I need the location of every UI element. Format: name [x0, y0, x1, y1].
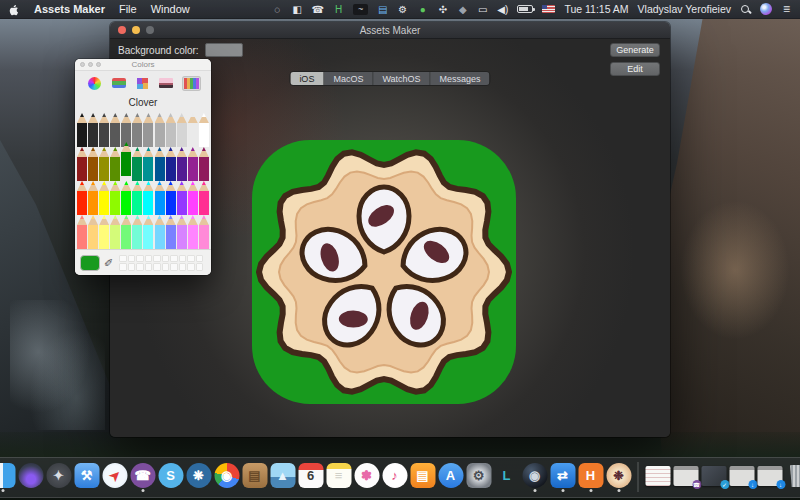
swatch-slot-2[interactable] — [136, 255, 144, 263]
pencil-3-2[interactable] — [99, 215, 109, 249]
swatch-slot-10[interactable] — [119, 263, 127, 271]
swatch-slot-16[interactable] — [170, 263, 178, 271]
generate-button[interactable]: Generate — [610, 43, 660, 57]
dock-ibooks-icon[interactable]: ▤ — [410, 463, 436, 492]
pencil-1-0[interactable] — [77, 147, 87, 181]
notification-center-icon[interactable]: ≡ — [781, 3, 792, 16]
viber-menu-icon[interactable]: ☎ — [312, 3, 324, 16]
pencil-2-3[interactable] — [110, 181, 120, 215]
pencil-3-10[interactable] — [188, 215, 198, 249]
pencil-1-2[interactable] — [99, 147, 109, 181]
h-menu-icon[interactable]: H — [333, 3, 344, 16]
pencil-2-5[interactable] — [132, 181, 142, 215]
swatch-slot-13[interactable] — [145, 263, 153, 271]
pencil-0-5[interactable] — [132, 113, 142, 147]
dock-versions-icon[interactable]: ❋ — [186, 463, 212, 492]
pencil-2-4[interactable] — [121, 181, 131, 215]
dock-minimized-document[interactable] — [645, 466, 671, 492]
dock-steam-icon[interactable]: ◉ — [522, 463, 548, 492]
dock-calendar-icon[interactable]: 6 — [298, 463, 324, 492]
pencil-2-0[interactable] — [77, 181, 87, 215]
keyboard-flag-icon[interactable] — [542, 3, 555, 16]
eyedropper-icon[interactable]: ✐ — [104, 258, 113, 268]
dock-minimized-window-2[interactable]: ↓ — [729, 466, 755, 492]
swatch-slot-0[interactable] — [119, 255, 127, 263]
pencil-2-8[interactable] — [166, 181, 176, 215]
dock-minimized-window-1[interactable]: ☎ — [673, 466, 699, 492]
menu-app-name[interactable]: Assets Maker — [34, 3, 105, 15]
apple-menu-icon[interactable] — [8, 3, 20, 16]
dock-viber-icon[interactable]: ☎ — [130, 463, 156, 492]
pencil-0-8[interactable] — [166, 113, 176, 147]
dock-teamviewer-icon[interactable]: ⇄ — [550, 463, 576, 492]
pencils-icon[interactable] — [182, 76, 201, 91]
menu-clock[interactable]: Tue 11:15 AM — [564, 3, 628, 15]
pencil-1-3[interactable] — [110, 147, 120, 181]
pencil-2-9[interactable] — [177, 181, 187, 215]
menu-window[interactable]: Window — [151, 3, 190, 15]
menu-file[interactable]: File — [119, 3, 137, 15]
swatch-slot-19[interactable] — [196, 263, 204, 271]
pencil-3-9[interactable] — [177, 215, 187, 249]
dnd-icon[interactable]: ◌ — [272, 3, 283, 16]
swatch-slot-3[interactable] — [145, 255, 153, 263]
pencil-3-5[interactable] — [132, 215, 142, 249]
color-palette-icon[interactable] — [135, 76, 150, 91]
pencil-3-0[interactable] — [77, 215, 87, 249]
swatch-slot-9[interactable] — [196, 255, 204, 263]
dock-safari-icon[interactable]: ➤ — [102, 463, 128, 492]
pencil-3-7[interactable] — [155, 215, 165, 249]
drone-icon[interactable]: ✣ — [437, 3, 448, 16]
swatch-slot-14[interactable] — [153, 263, 161, 271]
panel-close-button[interactable] — [80, 62, 85, 67]
swatch-slot-15[interactable] — [162, 263, 170, 271]
pencil-1-9[interactable] — [177, 147, 187, 181]
pencil-2-7[interactable] — [155, 181, 165, 215]
tab-macos[interactable]: MacOS — [324, 72, 373, 85]
pencil-0-9[interactable] — [177, 113, 187, 147]
dock-minimized-desktop[interactable]: ✓ — [701, 466, 727, 492]
panel-zoom-button[interactable] — [96, 62, 101, 67]
spectrum-image-icon[interactable] — [157, 76, 175, 90]
dock-minimized-window-3[interactable]: ↓ — [757, 466, 783, 492]
status-dot-icon[interactable]: ● — [417, 3, 428, 16]
dock-trash[interactable] — [785, 465, 800, 492]
swatch-slot-12[interactable] — [136, 263, 144, 271]
colors-panel-titlebar[interactable]: Colors — [75, 59, 211, 71]
pencil-3-8[interactable] — [166, 215, 176, 249]
pencil-1-7[interactable] — [155, 147, 165, 181]
zoom-button[interactable] — [146, 26, 154, 34]
pencil-2-11[interactable] — [199, 181, 209, 215]
tab-ios[interactable]: iOS — [290, 72, 324, 85]
pencil-2-1[interactable] — [88, 181, 98, 215]
airplay-icon[interactable]: ▭ — [477, 3, 488, 16]
dock-itunes-icon[interactable]: ♪ — [382, 463, 408, 492]
pencil-2-6[interactable] — [143, 181, 153, 215]
swatch-slot-11[interactable] — [128, 263, 136, 271]
dock-app-store-icon[interactable]: A — [438, 463, 464, 492]
pencil-3-4[interactable] — [121, 215, 131, 249]
window-titlebar[interactable]: Assets Maker — [110, 22, 670, 39]
minimize-button[interactable] — [132, 26, 140, 34]
dock-notes-icon[interactable]: ≡ — [326, 463, 352, 492]
dock-chrome-icon[interactable]: ◉ — [214, 463, 240, 492]
document-menu-icon[interactable]: ▤ — [377, 3, 388, 16]
background-color-well[interactable] — [205, 43, 243, 57]
pencil-0-11[interactable] — [199, 113, 209, 147]
current-color-well[interactable] — [80, 255, 100, 271]
edit-button[interactable]: Edit — [610, 62, 660, 76]
swatch-slot-17[interactable] — [179, 263, 187, 271]
pencil-1-4[interactable] — [121, 142, 131, 176]
pencil-0-6[interactable] — [143, 113, 153, 147]
dock-contacts-icon[interactable]: ▤ — [242, 463, 268, 492]
pencil-1-5[interactable] — [132, 147, 142, 181]
close-button[interactable] — [118, 26, 126, 34]
pencil-0-3[interactable] — [110, 113, 120, 147]
dock-photos-icon[interactable]: ✽ — [354, 463, 380, 492]
pencil-3-1[interactable] — [88, 215, 98, 249]
dock-system-preferences-icon[interactable]: ⚙ — [466, 463, 492, 492]
swatch-slot-8[interactable] — [187, 255, 195, 263]
panel-toggle-icon[interactable]: ◧ — [292, 3, 303, 16]
swatch-slot-6[interactable] — [170, 255, 178, 263]
menu-user-name[interactable]: Vladyslav Yerofieiev — [638, 3, 731, 15]
